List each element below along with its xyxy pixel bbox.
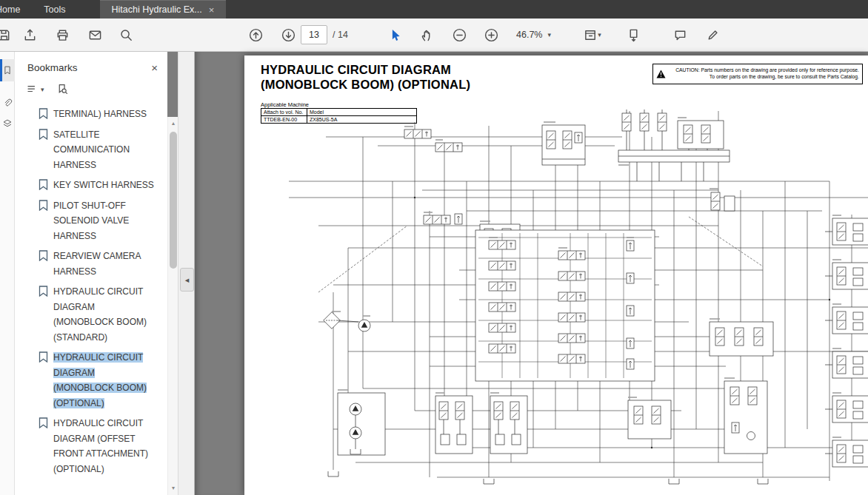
chevron-down-icon: ▾	[41, 86, 44, 93]
bookmarks-panel-header: Bookmarks ×	[15, 52, 167, 78]
bookmark-ribbon-icon	[39, 108, 48, 122]
bookmark-item[interactable]: REARVIEW CAMERA HARNESS	[15, 248, 167, 283]
bookmarks-toolbar: ▾	[15, 78, 167, 100]
bookmark-item[interactable]: SATELLITE COMMUNICATION HARNESS	[15, 127, 167, 178]
bookmark-list: TERMINAL) HARNESS SATELLITE COMMUNICATIO…	[15, 106, 167, 481]
hand-icon	[420, 28, 434, 42]
scrollbar-down-icon[interactable]: ▾	[168, 483, 178, 494]
search-icon[interactable]	[113, 22, 138, 47]
scrollbar-up-icon[interactable]: ▴	[168, 118, 178, 129]
bookmark-icon	[2, 65, 13, 75]
page-display-icon	[584, 28, 598, 42]
bookmark-item-selected[interactable]: HYDRAULIC CIRCUIT DIAGRAM (MONOBLOCK BOO…	[15, 349, 167, 415]
paperclip-icon	[2, 98, 13, 108]
page-display-dropdown[interactable]: ▾	[576, 22, 609, 47]
chevron-down-icon: ▾	[598, 31, 601, 38]
arrow-cursor-icon	[388, 28, 402, 42]
document-viewport[interactable]: HYDRAULIC CIRCUIT DIAGRAM (MONOBLOCK BOO…	[195, 52, 868, 495]
highlight-pen-button[interactable]	[700, 22, 725, 47]
pdf-page: HYDRAULIC CIRCUIT DIAGRAM (MONOBLOCK BOO…	[244, 55, 868, 495]
navigation-rail	[0, 52, 15, 495]
window-tab-bar: Home Tools Hitachi Hydraulic Ex... ×	[0, 0, 868, 18]
tab-document[interactable]: Hitachi Hydraulic Ex... ×	[100, 0, 227, 18]
panel-divider: ◂	[178, 52, 195, 495]
share-icon[interactable]	[17, 22, 42, 47]
main-region: Bookmarks × ▾ TERMINAL) HARNESS	[0, 52, 868, 495]
chevron-down-icon: ▾	[547, 31, 551, 38]
pen-icon	[706, 28, 720, 42]
warning-triangle-icon	[656, 70, 666, 78]
tab-home-label: Home	[0, 4, 20, 15]
bookmark-ribbon-icon	[39, 200, 48, 214]
bookmarks-panel: Bookmarks × ▾ TERMINAL) HARNESS	[15, 52, 167, 495]
layers-icon	[2, 118, 13, 129]
collapse-panel-button[interactable]: ◂	[180, 268, 194, 292]
page-number-box	[301, 25, 327, 44]
print-icon[interactable]	[50, 22, 75, 47]
bookmark-options-button[interactable]: ▾	[26, 83, 44, 95]
tab-tools-label: Tools	[44, 4, 65, 15]
close-tab-icon[interactable]: ×	[209, 5, 215, 15]
zoom-out-button[interactable]	[447, 22, 472, 47]
hand-tool-button[interactable]	[414, 22, 439, 47]
find-bookmark-icon	[56, 83, 69, 95]
bookmark-ribbon-icon	[39, 250, 48, 264]
bookmark-item[interactable]: KEY SWITCH HARNESS	[15, 177, 167, 198]
sidebar-scrollbar[interactable]: ▴ ▾	[167, 117, 178, 495]
bookmark-item[interactable]: HYDRAULIC CIRCUIT DIAGRAM (OFFSET FRONT …	[15, 415, 167, 481]
tab-tools[interactable]: Tools	[32, 0, 77, 18]
bookmarks-panel-button[interactable]	[0, 59, 15, 81]
save-icon[interactable]	[0, 22, 16, 47]
page-count-label: / 14	[333, 30, 348, 40]
bookmark-item[interactable]: TERMINAL) HARNESS	[15, 106, 167, 127]
find-bookmark-button[interactable]	[56, 83, 69, 95]
bookmark-ribbon-icon	[39, 286, 48, 300]
caution-box: CAUTION: Parts numbers on the drawing ar…	[652, 64, 863, 84]
scroll-mode-button[interactable]	[621, 22, 646, 47]
comment-button[interactable]	[667, 22, 692, 47]
bookmark-item[interactable]: HYDRAULIC CIRCUIT DIAGRAM (MONOBLOCK BOO…	[15, 283, 167, 349]
bookmark-ribbon-icon	[39, 129, 48, 143]
email-icon[interactable]	[82, 22, 107, 47]
tab-document-label: Hitachi Hydraulic Ex...	[112, 4, 202, 15]
tab-home[interactable]: Home	[0, 0, 32, 18]
attachments-panel-button[interactable]	[0, 92, 15, 114]
zoom-in-button[interactable]	[478, 22, 504, 47]
zoom-level-value: 46.7%	[516, 30, 542, 40]
bookmark-ribbon-icon	[39, 417, 48, 431]
close-panel-icon[interactable]: ×	[151, 61, 158, 74]
options-list-icon	[26, 83, 39, 95]
bookmark-ribbon-icon	[39, 351, 48, 366]
caution-text: CAUTION: Parts numbers on the drawing ar…	[669, 67, 859, 80]
bookmark-ribbon-icon	[39, 179, 48, 193]
layers-panel-button[interactable]	[0, 112, 15, 135]
previous-page-button[interactable]	[243, 22, 268, 47]
next-page-button[interactable]	[276, 22, 301, 47]
collapse-left-icon: ◂	[185, 275, 190, 285]
select-tool-button[interactable]	[382, 22, 407, 47]
hydraulic-schematic	[244, 107, 868, 495]
pdf-viewer-window: Home Tools Hitachi Hydraulic Ex... ×	[0, 0, 868, 495]
bookmark-item[interactable]: PILOT SHUT-OFF SOLENOID VALVE HARNESS	[15, 198, 167, 249]
scroll-mode-icon	[627, 28, 641, 42]
speech-bubble-icon	[673, 28, 687, 42]
page-title: HYDRAULIC CIRCUIT DIAGRAM (MONOBLOCK BOO…	[261, 62, 470, 92]
scrollbar-thumb[interactable]	[170, 132, 177, 269]
main-toolbar: / 14 46.7% ▾ ▾	[0, 18, 868, 52]
panel-title: Bookmarks	[27, 62, 78, 73]
zoom-level-dropdown[interactable]: 46.7% ▾	[516, 30, 551, 40]
page-number-input[interactable]	[301, 26, 327, 44]
